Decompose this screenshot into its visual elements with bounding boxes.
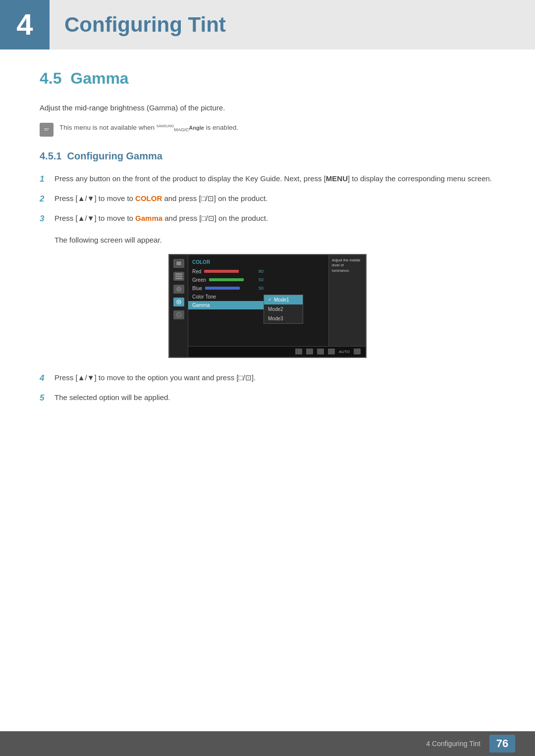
section-number: 4.5: [40, 69, 61, 87]
svg-point-12: [178, 301, 179, 302]
submenu-popup: ✓ Mode1 Mode2 Mode3: [264, 295, 303, 324]
monitor-sidebar: i: [169, 255, 188, 357]
tooltip-text: Adjust the middle level of luminance.: [332, 258, 363, 274]
menu-label-red: Red: [192, 269, 201, 274]
menu-label-colortone: Color Tone: [192, 294, 216, 300]
step-3: 3 Press [▲/▼] to move to Gamma and press…: [40, 212, 495, 225]
steps-list: 1 Press any button on the front of the p…: [40, 173, 495, 226]
submenu-mode3-label: Mode3: [268, 316, 283, 321]
nav-icon-left: [295, 349, 302, 354]
check-icon: ✓: [268, 297, 272, 302]
menu-label-green: Green: [192, 277, 206, 283]
color-menu: COLOR Red 80 Green 50 Blue 50: [188, 255, 268, 357]
chapter-title-block: Configuring Tint: [50, 0, 535, 50]
footer-page-number: 76: [489, 735, 515, 753]
step-2-text: Press [▲/▼] to move to COLOR and press […: [54, 193, 495, 204]
steps-list-2: 4 Press [▲/▼] to move to the option you …: [40, 372, 495, 405]
menu-label-blue: Blue: [192, 286, 202, 291]
submenu-mode1: ✓ Mode1: [264, 295, 303, 304]
svg-rect-7: [175, 278, 182, 279]
menu-item-green: Green 50: [188, 276, 268, 284]
page-footer: 4 Configuring Tint 76: [0, 731, 535, 756]
submenu-mode1-label: Mode1: [274, 297, 289, 302]
section-title: 4.5 Gamma: [40, 69, 495, 88]
svg-rect-5: [175, 273, 182, 275]
menu-item-gamma: Gamma: [188, 301, 268, 309]
menu-item-colortone: Color Tone: [188, 293, 268, 301]
step-2: 2 Press [▲/▼] to move to COLOR and press…: [40, 193, 495, 205]
note-text: This menu is not available when SAMSUNGM…: [59, 123, 238, 134]
monitor-screen: i COLOR Red 80 Green 50: [168, 254, 367, 358]
samsung-magic-label: SAMSUNGMAGICAngle: [157, 125, 204, 131]
red-bar: [204, 270, 239, 273]
step-5-num: 5: [40, 392, 49, 404]
follow-text: The following screen will appear.: [54, 236, 495, 244]
step-4-num: 4: [40, 372, 49, 385]
step-3-text: Press [▲/▼] to move to Gamma and press […: [54, 212, 495, 224]
chapter-title: Configuring Tint: [64, 13, 226, 37]
monitor-bottombar: AUTO: [188, 346, 366, 357]
menu-header: COLOR: [188, 258, 268, 267]
gamma-keyword: Gamma: [135, 214, 162, 222]
nav-icon-up: [317, 349, 324, 354]
step-3-num: 3: [40, 212, 49, 225]
step-5-text: The selected option will be applied.: [54, 392, 495, 403]
sidebar-icon-3: [173, 285, 184, 294]
section-name: Gamma: [70, 69, 128, 87]
auto-label: AUTO: [339, 350, 350, 354]
svg-text:i: i: [178, 313, 179, 317]
menu-item-blue: Blue 50: [188, 284, 268, 293]
step-4: 4 Press [▲/▼] to move to the option you …: [40, 372, 495, 385]
green-bar: [209, 278, 244, 281]
svg-rect-4: [176, 261, 181, 265]
blue-value: 50: [259, 286, 264, 291]
submenu-mode3: Mode3: [264, 314, 303, 323]
chapter-header: 4 Configuring Tint: [0, 0, 535, 50]
subsection-name: Configuring Gamma: [67, 151, 162, 161]
monitor-main-panel: COLOR Red 80 Green 50 Blue 50: [188, 255, 366, 357]
sidebar-icon-5: i: [173, 310, 184, 319]
svg-rect-6: [175, 275, 182, 277]
subsection-title: 4.5.1 Configuring Gamma: [40, 151, 495, 162]
step-2-num: 2: [40, 193, 49, 205]
step-1: 1 Press any button on the front of the p…: [40, 173, 495, 186]
menu-label-gamma: Gamma: [192, 302, 210, 308]
main-content: 4.5 Gamma Adjust the mid-range brightnes…: [0, 69, 535, 404]
monitor-screenshot: i COLOR Red 80 Green 50: [40, 254, 495, 358]
subsection-number: 4.5.1: [40, 151, 61, 161]
submenu-mode2-label: Mode2: [268, 306, 283, 312]
chapter-number: 4: [16, 10, 33, 40]
step-4-text: Press [▲/▼] to move to the option you wa…: [54, 372, 495, 383]
note-box: This menu is not available when SAMSUNGM…: [40, 123, 495, 137]
red-value: 80: [259, 269, 264, 274]
menu-item-red: Red 80: [188, 267, 268, 276]
step-1-text: Press any button on the front of the pro…: [54, 173, 495, 184]
color-keyword: COLOR: [135, 194, 162, 202]
sidebar-icon-4-active: [173, 298, 184, 306]
blue-bar: [205, 287, 240, 290]
step-1-num: 1: [40, 173, 49, 186]
section-description: Adjust the mid-range brightness (Gamma) …: [40, 102, 495, 114]
footer-section-label: 4 Configuring Tint: [426, 740, 481, 748]
monitor-tooltip: Adjust the middle level of luminance.: [328, 255, 366, 357]
chapter-number-block: 4: [0, 0, 50, 50]
sidebar-icon-1: [173, 259, 184, 268]
note-icon: [40, 123, 54, 137]
power-icon: [354, 349, 361, 354]
green-value: 50: [259, 277, 264, 282]
submenu-mode2: Mode2: [264, 304, 303, 314]
sidebar-icon-2: [173, 272, 184, 281]
step-5: 5 The selected option will be applied.: [40, 392, 495, 404]
nav-icon-down: [306, 349, 313, 354]
svg-rect-0: [43, 127, 51, 133]
nav-icon-enter: [328, 349, 335, 354]
